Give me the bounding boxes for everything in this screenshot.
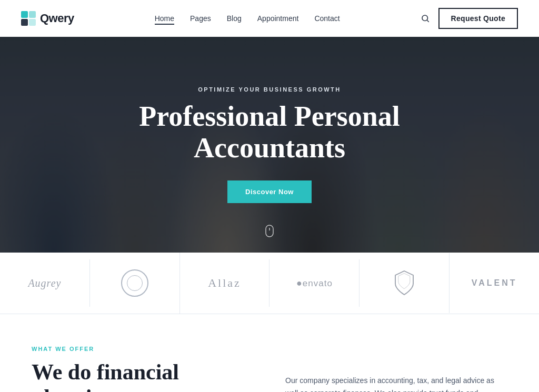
offer-title: We do financial planning and accounting	[32, 359, 254, 392]
logos-bar: Augrey Allaz ●envato VALENT	[0, 253, 539, 314]
nav-menu: Home Pages Blog Appointment Contact	[155, 14, 340, 23]
nav-item-appointment[interactable]: Appointment	[257, 14, 299, 23]
offer-right: Our company specializes in accounting, t…	[285, 346, 507, 392]
scroll-indicator	[264, 225, 275, 242]
svg-point-0	[422, 15, 428, 21]
nav-link-appointment[interactable]: Appointment	[257, 14, 299, 23]
offer-left: What We Offer We do financial planning a…	[32, 346, 254, 392]
hero-content: Optimize Your Business Growth Profession…	[98, 49, 441, 203]
search-button[interactable]	[421, 14, 430, 23]
brand-logo-circle	[90, 253, 180, 314]
hero-section: Optimize Your Business Growth Profession…	[0, 0, 539, 253]
discover-now-button[interactable]: Discover Now	[227, 180, 312, 203]
what-we-offer-section: What We Offer We do financial planning a…	[0, 314, 539, 392]
nav-link-contact[interactable]: Contact	[314, 14, 340, 23]
nav-right: Request Quote	[421, 8, 518, 29]
nav-item-home[interactable]: Home	[155, 14, 174, 23]
brand-logo-valent: VALENT	[450, 259, 539, 307]
request-quote-button[interactable]: Request Quote	[438, 8, 518, 29]
nav-item-contact[interactable]: Contact	[314, 14, 340, 23]
nav-link-home[interactable]: Home	[155, 14, 174, 25]
nav-link-pages[interactable]: Pages	[190, 14, 211, 23]
nav-item-blog[interactable]: Blog	[227, 14, 242, 23]
brand-logo-envato: ●envato	[270, 259, 360, 307]
logo-link[interactable]: Qwery	[21, 11, 74, 26]
nav-link-blog[interactable]: Blog	[227, 14, 242, 23]
brand-logo-augrey: Augrey	[0, 259, 90, 307]
svg-rect-2	[266, 225, 273, 237]
shield-icon	[393, 270, 415, 296]
logo-text: Qwery	[40, 12, 74, 25]
brand-logo-shield	[360, 253, 450, 313]
section-label: What We Offer	[32, 346, 254, 352]
brand-logo-allaz: Allaz	[180, 259, 270, 307]
logo-icon	[21, 11, 36, 26]
navbar: Qwery Home Pages Blog Appointment Contac…	[0, 0, 539, 37]
nav-item-pages[interactable]: Pages	[190, 14, 211, 23]
offer-description: Our company specializes in accounting, t…	[285, 375, 507, 392]
hero-subtitle: Optimize Your Business Growth	[109, 86, 430, 93]
search-icon	[421, 14, 430, 23]
svg-line-1	[427, 20, 428, 22]
hero-title: Professional Personal Accountants	[109, 101, 430, 164]
